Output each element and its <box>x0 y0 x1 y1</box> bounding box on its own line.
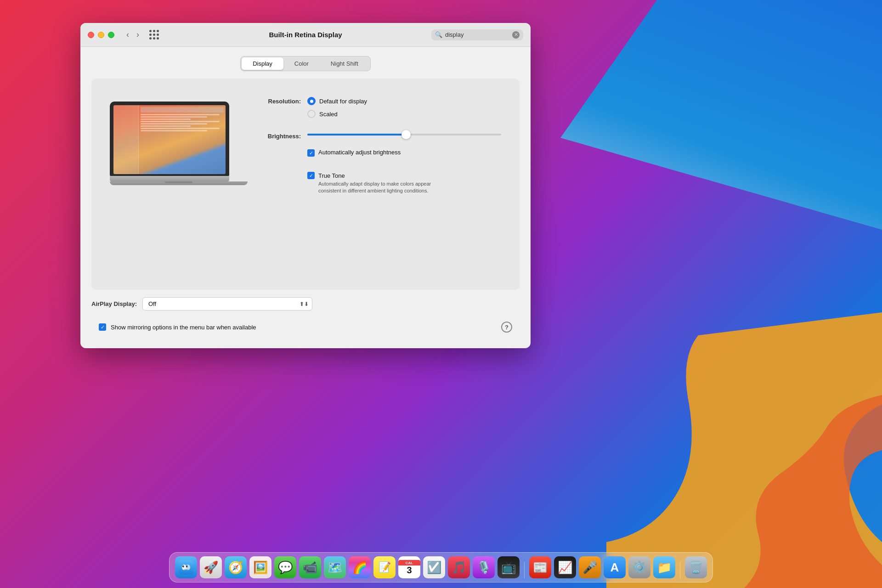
svg-point-6 <box>187 566 188 567</box>
grid-icon <box>149 30 159 40</box>
dock-icon-maps[interactable]: 🗺️ <box>324 556 346 578</box>
resolution-label: Resolution: <box>257 97 307 105</box>
dock-icon-appletv[interactable]: 📺 <box>498 556 520 578</box>
checkbox-checkmark: ✓ <box>309 151 313 156</box>
dock-icon-keynote[interactable]: 🎤 <box>579 556 601 578</box>
help-button[interactable]: ? <box>501 322 512 333</box>
screen-sidebar <box>113 105 139 174</box>
dock-icon-safari[interactable]: 🧭 <box>225 556 247 578</box>
dock-icon-facetime[interactable]: 📹 <box>299 556 321 578</box>
dock-icon-news[interactable]: 📰 <box>529 556 551 578</box>
window-title: Built-in Retina Display <box>269 31 342 39</box>
resolution-scaled-option[interactable]: Scaled <box>307 110 501 118</box>
airplay-select-wrapper: Off On ⬆⬇ <box>142 297 312 311</box>
dock-icon-podcasts[interactable]: 🎙️ <box>473 556 495 578</box>
search-icon: 🔍 <box>435 31 442 38</box>
brightness-label: Brightness: <box>257 132 307 140</box>
resolution-default-radio[interactable] <box>307 97 316 105</box>
true-tone-text: True Tone Automatically adapt display to… <box>318 171 447 195</box>
resolution-row: Resolution: Default for display Scaled <box>257 97 501 123</box>
maximize-button[interactable] <box>108 32 114 38</box>
laptop-illustration <box>110 92 229 185</box>
settings-panel: Resolution: Default for display Scaled <box>257 92 501 209</box>
dock-icon-music[interactable]: 🎵 <box>448 556 470 578</box>
background-bottom-right <box>606 312 882 588</box>
resolution-default-option[interactable]: Default for display <box>307 97 501 105</box>
dock-icon-finder[interactable] <box>175 556 197 578</box>
forward-button[interactable]: › <box>134 29 142 40</box>
laptop-screen-outer <box>110 102 229 176</box>
close-button[interactable] <box>88 32 94 38</box>
true-tone-checkbox[interactable]: ✓ <box>307 172 315 179</box>
dock-divider <box>524 562 525 578</box>
screen-content <box>113 105 226 174</box>
minimize-button[interactable] <box>98 32 104 38</box>
laptop-screen <box>113 105 226 174</box>
dock-icon-photos2[interactable]: 🌈 <box>349 556 371 578</box>
screen-line <box>141 128 220 129</box>
dock-icon-reminders[interactable]: ☑️ <box>423 556 445 578</box>
show-mirroring-checkbox[interactable]: ✓ <box>99 323 106 331</box>
auto-brightness-control: ✓ Automatically adjust brightness <box>307 149 501 162</box>
auto-brightness-option[interactable]: ✓ Automatically adjust brightness <box>307 149 501 157</box>
svg-point-5 <box>183 566 184 567</box>
laptop-bottom <box>110 181 248 185</box>
display-panel: Resolution: Default for display Scaled <box>91 79 520 290</box>
resolution-control: Default for display Scaled <box>307 97 501 123</box>
brightness-slider-fill <box>307 134 408 136</box>
dock-icon-calendar[interactable]: CAL 3 <box>398 556 420 578</box>
dock-icon-stocks[interactable]: 📈 <box>554 556 576 578</box>
airplay-select[interactable]: Off On <box>142 297 312 311</box>
search-input[interactable] <box>445 31 509 38</box>
dock-icon-launchpad[interactable]: 🚀 <box>200 556 222 578</box>
traffic-lights <box>88 32 114 38</box>
true-tone-description: Automatically adapt display to make colo… <box>318 181 447 195</box>
dock-divider2 <box>680 562 680 578</box>
airplay-label: AirPlay Display: <box>91 300 137 307</box>
screen-line <box>141 130 207 131</box>
nav-buttons: ‹ › <box>124 29 142 40</box>
dock-icon-appstore[interactable]: A <box>604 556 626 578</box>
tab-night-shift[interactable]: Night Shift <box>320 57 369 70</box>
true-tone-label: True Tone <box>318 172 345 179</box>
true-tone-control: ✓ True Tone Automatically adapt display … <box>307 171 501 200</box>
dock-icon-finder2[interactable]: 📁 <box>653 556 675 578</box>
tab-display[interactable]: Display <box>242 57 283 70</box>
search-clear-button[interactable]: ✕ <box>512 31 520 39</box>
tabs-container: Display Color Night Shift <box>91 56 520 71</box>
mirroring-checkmark: ✓ <box>101 325 105 330</box>
screen-line <box>141 116 207 118</box>
auto-brightness-checkbox[interactable]: ✓ <box>307 149 315 157</box>
brightness-slider-thumb[interactable] <box>401 130 411 139</box>
resolution-scaled-radio[interactable] <box>307 110 316 118</box>
dock-icon-messages[interactable]: 💬 <box>274 556 296 578</box>
resolution-scaled-label: Scaled <box>319 111 338 118</box>
tab-color[interactable]: Color <box>283 57 320 70</box>
grid-button[interactable] <box>147 28 161 41</box>
auto-brightness-row: ✓ Automatically adjust brightness <box>257 149 501 162</box>
screen-line <box>141 121 220 122</box>
resolution-default-label: Default for display <box>319 98 367 105</box>
screen-line <box>141 125 191 127</box>
search-bar: 🔍 ✕ <box>431 29 523 40</box>
dock-icon-system-preferences[interactable]: ⚙️ <box>628 556 650 578</box>
true-tone-checkmark: ✓ <box>309 173 313 178</box>
true-tone-option[interactable]: ✓ True Tone Automatically adapt display … <box>307 171 501 195</box>
tabs: Display Color Night Shift <box>240 56 371 71</box>
titlebar: ‹ › Built-in Retina Display 🔍 ✕ <box>80 23 531 47</box>
screen-main <box>139 105 226 174</box>
laptop-base <box>110 176 229 181</box>
true-tone-spacer <box>257 171 307 172</box>
true-tone-row: ✓ True Tone Automatically adapt display … <box>257 171 501 200</box>
dock-icon-notes[interactable]: 📝 <box>373 556 396 578</box>
dock-icon-trash[interactable]: 🗑️ <box>685 556 707 578</box>
auto-brightness-label: Automatically adjust brightness <box>318 149 401 156</box>
back-button[interactable]: ‹ <box>124 29 132 40</box>
show-mirroring-label: Show mirroring options in the menu bar w… <box>111 324 256 331</box>
brightness-slider-track <box>307 134 501 136</box>
screen-line <box>141 119 191 120</box>
screen-line <box>141 114 220 115</box>
brightness-row: Brightness: <box>257 132 501 140</box>
dock-icon-photos[interactable]: 🖼️ <box>249 556 271 578</box>
laptop <box>110 102 229 185</box>
